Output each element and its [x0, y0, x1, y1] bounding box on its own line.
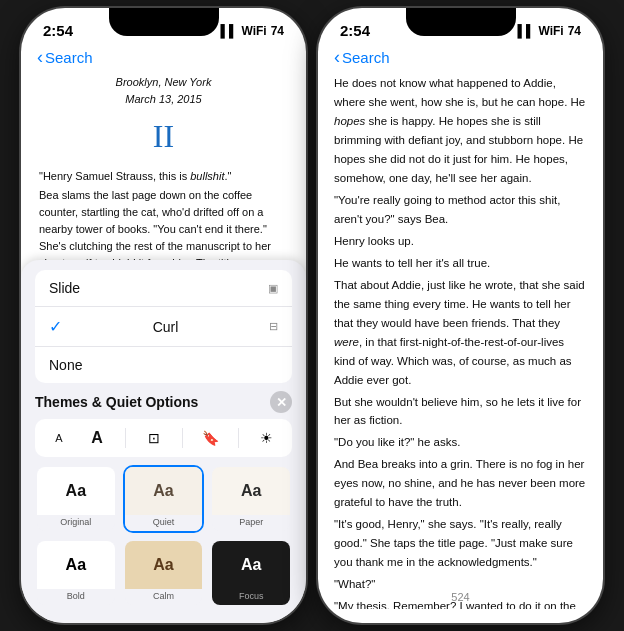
- theme-quiet[interactable]: Aa Quiet: [123, 465, 205, 533]
- status-icons-right: ▌▌ WiFi 74: [517, 24, 581, 38]
- back-button-right[interactable]: ‹ Search: [334, 47, 390, 68]
- slide-options: Slide ▣ ✓ Curl ⊟ None: [35, 270, 292, 383]
- toolbar-divider-2: [182, 428, 183, 448]
- none-label: None: [49, 357, 82, 373]
- theme-preview-calm: Aa: [125, 541, 203, 589]
- book-header: Brooklyn, New York March 13, 2015: [39, 74, 288, 107]
- signal-icon: ▌▌: [220, 24, 237, 38]
- theme-preview-quiet: Aa: [125, 467, 203, 515]
- back-label-left: Search: [45, 49, 93, 66]
- font-large-button[interactable]: A: [85, 425, 109, 451]
- signal-icon-right: ▌▌: [517, 24, 534, 38]
- theme-preview-original: Aa: [37, 467, 115, 515]
- nav-bar-right: ‹ Search: [318, 43, 603, 74]
- wifi-icon-right: WiFi: [538, 24, 563, 38]
- read-p3: Henry looks up.: [334, 232, 587, 251]
- read-p2: "You're really going to method actor thi…: [334, 191, 587, 229]
- theme-focus[interactable]: Aa Focus: [210, 539, 292, 607]
- theme-preview-paper: Aa: [212, 467, 290, 515]
- back-label-right: Search: [342, 49, 390, 66]
- read-p8: And Bea breaks into a grin. There is no …: [334, 455, 587, 512]
- curl-label: Curl: [153, 319, 179, 335]
- book-date: March 13, 2015: [39, 91, 288, 108]
- theme-preview-focus: Aa: [212, 541, 290, 589]
- back-arrow-left: ‹: [37, 47, 43, 68]
- time-left: 2:54: [43, 22, 73, 39]
- slide-icon: ▣: [268, 282, 278, 295]
- theme-label-calm: Calm: [125, 589, 203, 605]
- themes-title: Themes & Quiet Options: [35, 394, 198, 410]
- read-p6: But she wouldn't believe him, so he lets…: [334, 393, 587, 431]
- read-p9: "It's good, Henry," she says. "It's real…: [334, 515, 587, 572]
- document-icon[interactable]: ⊡: [143, 427, 165, 449]
- right-phone: 2:54 ▌▌ WiFi 74 ‹ Search He does not kno…: [318, 8, 603, 623]
- bottom-panel: Slide ▣ ✓ Curl ⊟ None Themes & Quiet Opt…: [21, 260, 306, 623]
- read-p1: He does not know what happened to Addie,…: [334, 74, 587, 188]
- theme-label-paper: Paper: [212, 515, 290, 531]
- read-p7: "Do you like it?" he asks.: [334, 433, 587, 452]
- wifi-icon: WiFi: [241, 24, 266, 38]
- back-arrow-right: ‹: [334, 47, 340, 68]
- battery-icon: 74: [271, 24, 284, 38]
- toolbar-divider-1: [125, 428, 126, 448]
- theme-original[interactable]: Aa Original: [35, 465, 117, 533]
- theme-label-quiet: Quiet: [125, 515, 203, 531]
- themes-grid: Aa Original Aa Quiet Aa Paper Aa Bold Aa: [35, 465, 292, 607]
- brightness-icon[interactable]: ☀: [256, 427, 278, 449]
- close-button[interactable]: ✕: [270, 391, 292, 413]
- slide-option-curl[interactable]: ✓ Curl ⊟: [35, 307, 292, 347]
- slide-option-slide[interactable]: Slide ▣: [35, 270, 292, 307]
- theme-bold[interactable]: Aa Bold: [35, 539, 117, 607]
- theme-preview-bold: Aa: [37, 541, 115, 589]
- curl-icon: ⊟: [269, 320, 278, 333]
- theme-label-bold: Bold: [37, 589, 115, 605]
- theme-paper[interactable]: Aa Paper: [210, 465, 292, 533]
- font-small-button[interactable]: A: [49, 428, 68, 448]
- phones-container: 2:54 ▌▌ WiFi 74 ‹ Search Brooklyn, New Y…: [21, 8, 603, 623]
- nav-bar-left: ‹ Search: [21, 43, 306, 74]
- status-icons-left: ▌▌ WiFi 74: [220, 24, 284, 38]
- slide-option-none[interactable]: None: [35, 347, 292, 383]
- battery-icon-right: 74: [568, 24, 581, 38]
- status-bar-left: 2:54 ▌▌ WiFi 74: [21, 8, 306, 43]
- themes-header: Themes & Quiet Options ✕: [35, 391, 292, 413]
- back-button-left[interactable]: ‹ Search: [37, 47, 93, 68]
- theme-calm[interactable]: Aa Calm: [123, 539, 205, 607]
- page-number: 524: [318, 591, 603, 603]
- bookmark-icon[interactable]: 🔖: [199, 427, 221, 449]
- theme-label-focus: Focus: [212, 589, 290, 605]
- read-p5: That about Addie, just like he wrote, th…: [334, 276, 587, 390]
- chapter-number: II: [39, 111, 288, 162]
- slide-label: Slide: [49, 280, 80, 296]
- reading-content-right: He does not know what happened to Addie,…: [318, 74, 603, 609]
- book-location: Brooklyn, New York: [39, 74, 288, 91]
- toolbar-divider-3: [238, 428, 239, 448]
- book-para-1: "Henry Samuel Strauss, this is bullshit.…: [39, 168, 288, 185]
- status-bar-right: 2:54 ▌▌ WiFi 74: [318, 8, 603, 43]
- left-phone: 2:54 ▌▌ WiFi 74 ‹ Search Brooklyn, New Y…: [21, 8, 306, 623]
- read-p4: He wants to tell her it's all true.: [334, 254, 587, 273]
- checkmark-icon: ✓: [49, 317, 62, 336]
- toolbar-row: A A ⊡ 🔖 ☀: [35, 419, 292, 457]
- time-right: 2:54: [340, 22, 370, 39]
- theme-label-original: Original: [37, 515, 115, 531]
